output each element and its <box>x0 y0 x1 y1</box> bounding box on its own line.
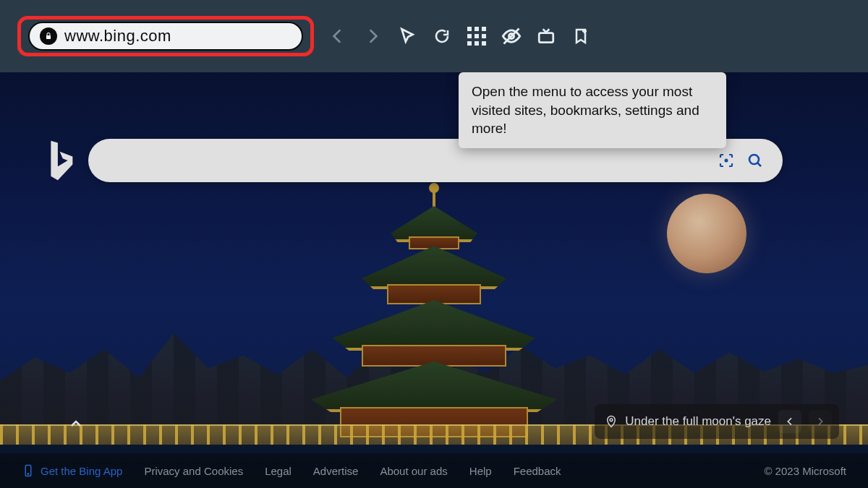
phone-icon <box>22 464 35 477</box>
location-pin-icon <box>605 415 618 428</box>
tooltip-text: Open the menu to access your most visite… <box>472 84 699 136</box>
svg-point-4 <box>610 419 613 421</box>
footer: Get the Bing App Privacy and Cookies Leg… <box>0 453 868 488</box>
svg-point-2 <box>725 159 728 163</box>
footer-copyright: © 2023 Microsoft <box>764 465 846 477</box>
apps-grid-icon[interactable] <box>466 25 488 47</box>
svg-point-3 <box>749 155 759 164</box>
background-moon <box>667 194 746 273</box>
get-app-label: Get the Bing App <box>41 465 122 477</box>
url-highlight-box: www.bing.com <box>17 16 314 56</box>
get-app-link[interactable]: Get the Bing App <box>22 464 122 477</box>
image-caption-bar: Under the full moon's gaze <box>595 404 839 439</box>
privacy-eye-icon[interactable] <box>501 25 522 47</box>
footer-link-feedback[interactable]: Feedback <box>514 465 561 477</box>
menu-tooltip: Open the menu to access your most visite… <box>459 72 726 148</box>
lock-icon <box>40 27 57 45</box>
browser-toolbar: www.bing.com <box>0 0 868 72</box>
bookmark-add-icon[interactable] <box>570 25 592 47</box>
footer-link-advertise[interactable]: Advertise <box>313 465 359 477</box>
background-pagoda <box>318 206 550 437</box>
bing-logo-icon <box>43 139 78 182</box>
forward-button[interactable] <box>362 25 383 47</box>
back-button[interactable] <box>327 25 349 47</box>
reload-button[interactable] <box>431 25 453 47</box>
url-text: www.bing.com <box>64 27 171 46</box>
svg-rect-1 <box>539 33 553 43</box>
caption-prev-button[interactable] <box>778 410 801 433</box>
visual-search-button[interactable] <box>712 146 741 175</box>
search-input[interactable] <box>106 153 712 168</box>
scroll-indicator-icon[interactable] <box>64 411 88 436</box>
cursor-icon[interactable] <box>396 25 418 47</box>
caption-text: Under the full moon's gaze <box>625 414 771 429</box>
footer-link-about-ads[interactable]: About our ads <box>380 465 447 477</box>
tv-icon[interactable] <box>535 25 557 47</box>
footer-link-legal[interactable]: Legal <box>265 465 292 477</box>
search-button[interactable] <box>741 146 770 175</box>
footer-link-help[interactable]: Help <box>469 465 492 477</box>
page-content: Open the menu to access your most visite… <box>0 72 868 488</box>
address-bar[interactable]: www.bing.com <box>28 22 303 51</box>
caption-next-button[interactable] <box>809 410 832 433</box>
svg-point-6 <box>27 474 29 475</box>
footer-link-privacy[interactable]: Privacy and Cookies <box>144 465 243 477</box>
